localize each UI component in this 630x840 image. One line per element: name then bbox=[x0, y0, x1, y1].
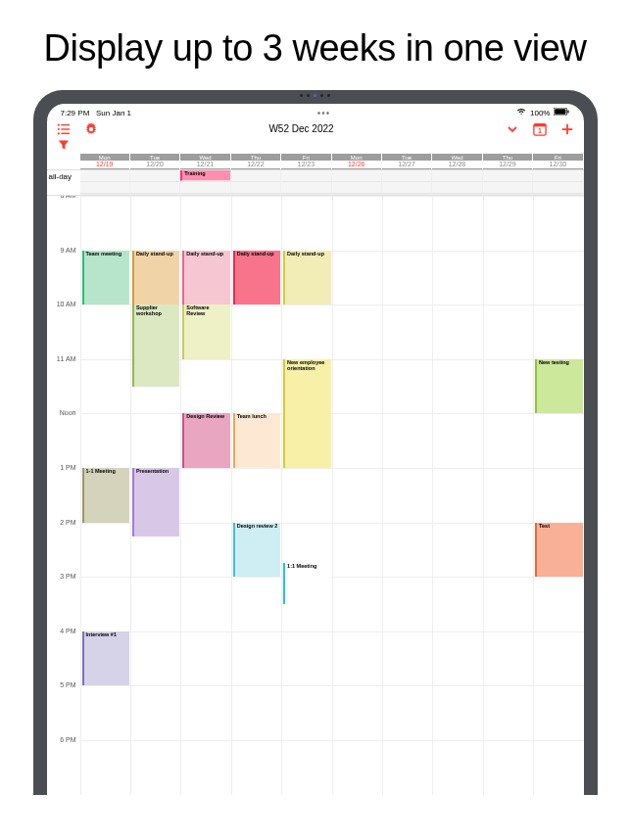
hour-label: 5 PM bbox=[47, 681, 80, 736]
hour-label: Noon bbox=[47, 409, 80, 464]
battery-icon bbox=[554, 108, 569, 117]
allday-cell[interactable] bbox=[231, 170, 281, 195]
calendar-event[interactable]: Supplier workshop bbox=[132, 304, 179, 386]
day-header[interactable]: Tue12/20 bbox=[130, 154, 180, 169]
hour-label: 3 PM bbox=[47, 573, 80, 628]
calendar-event[interactable]: New employee orientation bbox=[283, 359, 330, 468]
calendar-event[interactable]: Software Review bbox=[182, 304, 229, 359]
allday-cell[interactable] bbox=[130, 170, 180, 195]
marketing-headline: Display up to 3 weeks in one view bbox=[0, 0, 630, 90]
battery-label: 100% bbox=[530, 109, 550, 117]
calendar-event[interactable]: Daily stand-up bbox=[132, 251, 179, 305]
day-header[interactable]: Wed12/28 bbox=[432, 154, 482, 169]
wifi-icon bbox=[516, 108, 526, 117]
calendar-event[interactable]: 1:1 Meeting bbox=[283, 563, 330, 604]
day-column[interactable] bbox=[483, 196, 533, 795]
day-column[interactable]: New testingTest bbox=[533, 196, 583, 795]
status-time: 7:29 PM bbox=[61, 109, 90, 117]
day-column[interactable]: Daily stand-upNew employee orientation1:… bbox=[281, 196, 331, 795]
day-header[interactable]: Thu12/22 bbox=[231, 154, 281, 169]
hour-label: 1 PM bbox=[47, 464, 80, 519]
day-header[interactable]: Fri12/23 bbox=[281, 154, 331, 169]
day-column[interactable] bbox=[382, 196, 432, 795]
calendar-event[interactable]: 1-1 Meeting bbox=[82, 468, 129, 523]
allday-cell[interactable] bbox=[332, 170, 382, 195]
calendar-event[interactable]: Team lunch bbox=[233, 413, 280, 468]
allday-label: all-day bbox=[47, 170, 80, 195]
allday-cell[interactable] bbox=[533, 170, 583, 195]
allday-cell[interactable] bbox=[80, 170, 130, 195]
allday-cell[interactable] bbox=[432, 170, 482, 195]
calendar-event[interactable]: Team meeting bbox=[82, 251, 129, 305]
allday-cell[interactable] bbox=[382, 170, 432, 195]
page-title: W52 Dec 2022 bbox=[268, 123, 333, 134]
svg-rect-1 bbox=[556, 109, 566, 115]
allday-event[interactable]: Training bbox=[180, 170, 229, 181]
day-column[interactable] bbox=[432, 196, 482, 795]
day-header[interactable]: Thu12/29 bbox=[483, 154, 533, 169]
chevron-down-icon[interactable] bbox=[506, 122, 519, 136]
hour-label: 9 AM bbox=[47, 247, 80, 302]
calendar-today-icon[interactable]: 1 bbox=[533, 122, 547, 136]
svg-rect-2 bbox=[568, 111, 569, 114]
svg-point-5 bbox=[57, 128, 59, 130]
allday-row: all-day Training bbox=[47, 170, 584, 196]
plus-icon[interactable] bbox=[560, 122, 574, 136]
svg-point-3 bbox=[57, 123, 59, 125]
day-header[interactable]: Tue12/27 bbox=[382, 154, 432, 169]
calendar-event[interactable]: Daily stand-up bbox=[182, 251, 229, 305]
day-column[interactable] bbox=[332, 196, 382, 795]
hour-label: 8 AM bbox=[47, 196, 80, 247]
day-column[interactable]: Team meeting1-1 MeetingInterview #1 bbox=[80, 196, 130, 795]
status-bar: 7:29 PM Sun Jan 1 ••• 100% bbox=[47, 104, 584, 120]
day-header[interactable]: Mon12/19 bbox=[80, 154, 130, 169]
gear-icon[interactable] bbox=[84, 122, 98, 136]
allday-cell[interactable] bbox=[281, 170, 331, 195]
camera-dots bbox=[33, 94, 598, 97]
hour-label: 4 PM bbox=[47, 628, 80, 682]
allday-cell[interactable]: Training bbox=[180, 170, 230, 195]
calendar-event[interactable]: Test bbox=[535, 523, 582, 578]
calendar-event[interactable]: Interview #1 bbox=[82, 631, 129, 686]
list-icon[interactable] bbox=[57, 122, 71, 136]
hour-label: 11 AM bbox=[47, 355, 80, 410]
day-header[interactable]: Wed12/21 bbox=[180, 154, 230, 169]
calendar-event[interactable]: New testing bbox=[535, 359, 582, 414]
status-right: 100% bbox=[516, 108, 569, 117]
day-header[interactable]: Mon12/26 bbox=[332, 154, 382, 169]
day-header[interactable]: Fri12/30 bbox=[533, 154, 583, 169]
hour-label: 10 AM bbox=[47, 301, 80, 355]
calendar-event[interactable]: Design review 2 bbox=[233, 523, 280, 578]
svg-rect-4 bbox=[61, 124, 70, 125]
hour-label: 6 PM bbox=[47, 736, 80, 791]
svg-text:1: 1 bbox=[538, 127, 542, 134]
status-left: 7:29 PM Sun Jan 1 bbox=[61, 109, 132, 117]
calendar-grid[interactable]: 8 AM9 AM10 AM11 AMNoon1 PM2 PM3 PM4 PM5 … bbox=[47, 196, 584, 795]
hour-label: 2 PM bbox=[47, 519, 80, 574]
calendar-event[interactable]: Daily stand-up bbox=[233, 251, 280, 305]
svg-rect-10 bbox=[533, 123, 545, 126]
svg-rect-6 bbox=[61, 128, 70, 129]
time-column: 8 AM9 AM10 AM11 AMNoon1 PM2 PM3 PM4 PM5 … bbox=[47, 196, 80, 795]
day-column[interactable]: Daily stand-upSoftware ReviewDesign Revi… bbox=[180, 196, 230, 795]
multitask-ellipsis[interactable]: ••• bbox=[317, 108, 331, 118]
day-header-row: Mon12/19Tue12/20Wed12/21Thu12/22Fri12/23… bbox=[47, 154, 584, 170]
calendar-event[interactable]: Presentation bbox=[132, 468, 179, 537]
status-date: Sun Jan 1 bbox=[96, 109, 131, 117]
calendar-event[interactable]: Design Review bbox=[182, 413, 229, 468]
screen: 7:29 PM Sun Jan 1 ••• 100% bbox=[47, 104, 584, 795]
filter-icon[interactable] bbox=[57, 138, 71, 152]
allday-cell[interactable] bbox=[483, 170, 533, 195]
svg-point-7 bbox=[57, 132, 59, 134]
calendar-event[interactable]: Daily stand-up bbox=[283, 251, 330, 305]
svg-rect-8 bbox=[61, 132, 70, 133]
day-column[interactable]: Daily stand-upTeam lunchDesign review 2 bbox=[231, 196, 281, 795]
ipad-frame: 7:29 PM Sun Jan 1 ••• 100% bbox=[33, 90, 598, 795]
filter-row bbox=[47, 138, 584, 154]
toolbar: W52 Dec 2022 1 bbox=[47, 120, 584, 138]
day-column[interactable]: Daily stand-upSupplier workshopPresentat… bbox=[130, 196, 180, 795]
